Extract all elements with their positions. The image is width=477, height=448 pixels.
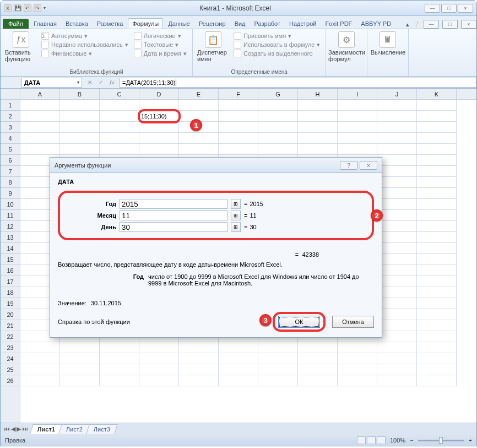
define-name-button[interactable]: Присвоить имя ▾ — [232, 31, 322, 40]
cell[interactable] — [417, 287, 457, 298]
sheet-next-icon[interactable]: ▶ — [17, 425, 21, 433]
undo-icon[interactable]: ↶ — [24, 4, 31, 12]
cell[interactable] — [377, 298, 417, 309]
row-header[interactable]: 26 — [1, 375, 20, 386]
column-header[interactable]: E — [179, 89, 219, 99]
cell[interactable] — [417, 221, 457, 232]
cell[interactable] — [417, 100, 457, 111]
column-header[interactable]: H — [298, 89, 338, 99]
dialog-help-button[interactable]: ? — [340, 161, 357, 170]
cell[interactable] — [417, 122, 457, 133]
column-header[interactable]: J — [377, 89, 417, 99]
cell[interactable] — [100, 353, 139, 364]
tab-рецензир[interactable]: Рецензир — [195, 19, 230, 29]
help-icon[interactable]: ❔ — [413, 21, 420, 28]
row-header[interactable]: 8 — [1, 177, 20, 188]
cell[interactable] — [20, 364, 60, 375]
cell[interactable] — [417, 342, 457, 353]
cell[interactable] — [20, 353, 60, 364]
insert-function-button[interactable]: ƒx Вставить функцию — [5, 31, 37, 62]
column-header[interactable]: I — [338, 89, 377, 99]
cell[interactable] — [60, 100, 100, 111]
close-button[interactable]: × — [458, 4, 473, 13]
cell[interactable] — [60, 111, 100, 122]
cell[interactable] — [60, 144, 100, 155]
cell[interactable] — [338, 342, 377, 353]
function-help-link[interactable]: Справка по этой функции — [58, 319, 130, 325]
calculation-button[interactable]: 🖩 Вычисление — [372, 31, 404, 56]
cell[interactable] — [179, 364, 219, 375]
range-selector-icon[interactable]: ⊞ — [231, 210, 241, 220]
cell[interactable] — [179, 133, 219, 144]
cell[interactable] — [338, 375, 377, 386]
cell[interactable] — [20, 133, 60, 144]
cell[interactable] — [417, 210, 457, 221]
tab-вставка[interactable]: Вставка — [62, 19, 92, 29]
cell[interactable] — [377, 353, 417, 364]
cell[interactable] — [219, 144, 258, 155]
row-header[interactable]: 18 — [1, 287, 20, 298]
cancel-formula-icon[interactable]: ✕ — [85, 78, 94, 87]
row-header[interactable]: 22 — [1, 331, 20, 342]
zoom-in-icon[interactable]: + — [469, 437, 472, 444]
sheet-tab[interactable]: Лист2 — [58, 424, 90, 434]
cell[interactable] — [100, 342, 139, 353]
tab-вид[interactable]: Вид — [231, 19, 250, 29]
cell[interactable] — [219, 122, 258, 133]
cell[interactable] — [377, 144, 417, 155]
sheet-tab[interactable]: Лист3 — [86, 424, 118, 434]
cell[interactable] — [417, 232, 457, 243]
cell[interactable] — [258, 342, 298, 353]
row-header[interactable]: 24 — [1, 353, 20, 364]
doc-restore-button[interactable]: □ — [442, 20, 458, 29]
row-header[interactable]: 1 — [1, 100, 20, 111]
cell[interactable] — [20, 100, 60, 111]
cell[interactable] — [258, 111, 298, 122]
cell[interactable] — [377, 100, 417, 111]
cell[interactable] — [298, 133, 338, 144]
cell[interactable] — [377, 199, 417, 210]
cell[interactable] — [298, 364, 338, 375]
cell[interactable] — [298, 122, 338, 133]
row-header[interactable]: 23 — [1, 342, 20, 353]
cell[interactable] — [298, 342, 338, 353]
row-header[interactable]: 6 — [1, 155, 20, 166]
cell[interactable] — [377, 122, 417, 133]
row-header[interactable]: 2 — [1, 111, 20, 122]
minimize-button[interactable]: — — [425, 4, 440, 13]
zoom-out-icon[interactable]: − — [410, 437, 413, 444]
row-header[interactable]: 5 — [1, 144, 20, 155]
cell[interactable] — [417, 309, 457, 320]
cell[interactable] — [219, 353, 258, 364]
cell[interactable] — [298, 375, 338, 386]
range-selector-icon[interactable]: ⊞ — [231, 222, 241, 232]
zoom-level[interactable]: 100% — [390, 437, 405, 444]
sheet-prev-icon[interactable]: ◀ — [11, 425, 15, 433]
cell[interactable] — [219, 364, 258, 375]
cell[interactable] — [377, 320, 417, 331]
cell[interactable] — [100, 144, 139, 155]
row-header[interactable]: 9 — [1, 188, 20, 199]
cell[interactable] — [417, 177, 457, 188]
column-header[interactable]: B — [60, 89, 100, 99]
row-header[interactable]: 10 — [1, 199, 20, 210]
cell[interactable] — [377, 210, 417, 221]
cell[interactable] — [219, 100, 258, 111]
column-header[interactable]: A — [20, 89, 60, 99]
cell[interactable] — [338, 111, 377, 122]
ok-button[interactable]: ОК — [278, 316, 320, 328]
cell[interactable] — [377, 364, 417, 375]
cell[interactable] — [377, 221, 417, 232]
cell[interactable] — [179, 353, 219, 364]
row-header[interactable]: 25 — [1, 364, 20, 375]
normal-view-button[interactable] — [357, 436, 366, 444]
save-icon[interactable]: 💾 — [14, 4, 21, 12]
column-header[interactable]: G — [258, 89, 298, 99]
cell[interactable] — [179, 100, 219, 111]
zoom-slider[interactable] — [418, 440, 464, 441]
cell[interactable] — [20, 111, 60, 122]
cell[interactable] — [219, 342, 258, 353]
cell[interactable] — [298, 111, 338, 122]
column-header[interactable]: K — [417, 89, 457, 99]
row-header[interactable]: 14 — [1, 243, 20, 254]
